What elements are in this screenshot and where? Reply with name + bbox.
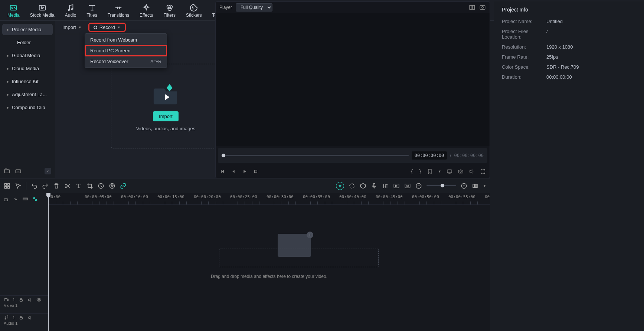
camera-snapshot-icon[interactable] [458, 168, 464, 174]
tab-transitions[interactable]: Transitions [104, 2, 133, 20]
fullscreen-icon[interactable] [480, 168, 486, 174]
info-value: SDR - Rec.709 [546, 64, 579, 70]
sidebar-item-cloud-media[interactable]: ▸Cloud Media [2, 63, 53, 74]
sidebar-item-influence-kit[interactable]: ▸Influence Kit [2, 76, 53, 87]
tab-media[interactable]: Media [4, 2, 23, 20]
menu-item-record-voiceover[interactable]: Record VoiceoverAlt+R [85, 56, 167, 67]
timeline-body[interactable]: 00:0000:00:05:0000:00:10:0000:00:15:0000… [48, 193, 490, 331]
progress-track[interactable] [222, 155, 409, 156]
player-quality-select[interactable]: Full Quality [236, 3, 272, 12]
speed-icon[interactable] [98, 183, 104, 189]
timeline-ruler[interactable]: 00:0000:00:05:0000:00:10:0000:00:15:0000… [48, 193, 490, 205]
effects-icon [142, 4, 150, 12]
zoom-handle[interactable] [441, 184, 444, 187]
info-key: Color Space: [502, 64, 546, 70]
snapshot-icon[interactable] [479, 4, 486, 11]
snap-icon[interactable] [4, 183, 10, 189]
sidebar-item-folder[interactable]: Folder [2, 37, 53, 48]
link-track-icon[interactable] [13, 196, 19, 202]
stop-icon[interactable] [253, 168, 259, 174]
timeline-dropzone[interactable] [219, 249, 379, 267]
filters-icon [166, 4, 174, 12]
tab-stock-media[interactable]: Stock Media [26, 2, 58, 20]
collapse-sidebar-button[interactable]: ‹ [45, 168, 51, 174]
new-bin-icon[interactable] [15, 168, 22, 174]
play-backward-icon[interactable] [231, 168, 236, 174]
lock-track-icon[interactable] [3, 196, 9, 202]
playhead[interactable] [48, 193, 49, 331]
menu-item-record-pc-screen[interactable]: Record PC Screen [85, 45, 167, 56]
split-icon[interactable] [64, 183, 71, 189]
mute-icon[interactable] [27, 315, 33, 320]
add-clip-icon[interactable]: + [307, 232, 313, 238]
text-icon[interactable] [75, 183, 82, 189]
prev-frame-icon[interactable] [219, 168, 225, 174]
chevron-down-icon[interactable]: ▼ [483, 184, 486, 188]
screenshot-tool-icon[interactable] [404, 183, 411, 189]
undo-icon[interactable] [31, 183, 37, 189]
chevron-down-icon[interactable]: ▼ [438, 170, 441, 173]
keyframe-icon[interactable] [349, 183, 355, 189]
tab-label: Effects [140, 13, 153, 18]
svg-rect-25 [447, 170, 452, 173]
sidebar-item-project-media[interactable]: ▸Project Media [2, 24, 53, 35]
menu-item-record-webcam[interactable]: Record from Webcam [85, 35, 167, 45]
lock-icon[interactable] [19, 315, 24, 320]
zoom-in-icon[interactable] [461, 183, 467, 189]
ruler-tick: 00:01:00:00 [485, 194, 490, 199]
ruler-tick: 00:00:40:00 [339, 194, 366, 199]
audio-mixer-icon[interactable] [382, 183, 389, 189]
sidebar-item-global-media[interactable]: ▸Global Media [2, 50, 53, 61]
marker-icon[interactable] [427, 168, 433, 174]
new-folder-icon[interactable] [4, 168, 10, 174]
tab-titles[interactable]: Titles [83, 2, 101, 20]
track-header-audio1[interactable]: 1 Audio 1 [0, 313, 48, 331]
svg-point-4 [68, 9, 70, 11]
tab-filters[interactable]: Filters [160, 2, 179, 20]
voiceover-icon[interactable] [371, 183, 377, 189]
info-row-duration: Duration:00:00:00:00 [502, 74, 636, 80]
info-value: Untitled [546, 19, 563, 24]
delete-icon[interactable] [53, 183, 60, 189]
zoom-fit-icon[interactable] [472, 183, 478, 189]
tab-stickers[interactable]: Stickers [182, 2, 206, 20]
visibility-icon[interactable] [36, 297, 42, 302]
volume-icon[interactable] [469, 168, 475, 174]
import-button[interactable]: Import [153, 111, 179, 121]
ai-tool-icon[interactable] [336, 182, 344, 190]
color-icon[interactable] [109, 183, 115, 189]
mark-out-icon[interactable]: } [419, 168, 422, 174]
info-key: Resolution: [502, 44, 546, 50]
select-tool-icon[interactable] [15, 183, 22, 189]
svg-point-53 [33, 197, 35, 199]
render-icon[interactable] [393, 183, 400, 189]
progress-handle[interactable] [222, 154, 225, 157]
compare-view-icon[interactable] [469, 4, 475, 11]
tab-audio[interactable]: Audio [61, 2, 80, 20]
mark-in-icon[interactable]: { [410, 168, 413, 174]
track-header-video1[interactable]: 1 Video 1 [0, 295, 48, 313]
import-dropdown[interactable]: Import▼ [59, 23, 85, 32]
link-icon[interactable] [120, 183, 127, 189]
sidebar-item-adjustment-layer[interactable]: ▸Adjustment La... [2, 89, 53, 100]
crop-icon[interactable] [86, 183, 93, 189]
display-settings-icon[interactable] [447, 168, 452, 174]
zoom-slider[interactable] [426, 185, 456, 186]
track-view-icon[interactable] [22, 196, 28, 202]
import-folder-icon [151, 81, 180, 107]
play-icon[interactable] [242, 168, 248, 174]
mute-icon[interactable] [27, 297, 33, 302]
sidebar-label: Project Media [12, 27, 41, 32]
zoom-out-icon[interactable] [415, 183, 422, 189]
tab-effects[interactable]: Effects [136, 2, 157, 20]
svg-point-57 [38, 299, 40, 301]
marker-add-icon[interactable] [360, 183, 366, 189]
ruler-tick: 00:00:50:00 [412, 194, 439, 199]
sidebar-item-compound-clip[interactable]: ▸Compound Clip [2, 102, 53, 113]
redo-icon[interactable] [42, 183, 49, 189]
lock-icon[interactable] [19, 297, 24, 302]
media-dropzone[interactable]: Import Videos, audios, and images [111, 64, 221, 148]
auto-ripple-icon[interactable] [32, 196, 38, 202]
transitions-icon [114, 4, 122, 12]
record-dropdown[interactable]: Record▼ [89, 23, 125, 31]
